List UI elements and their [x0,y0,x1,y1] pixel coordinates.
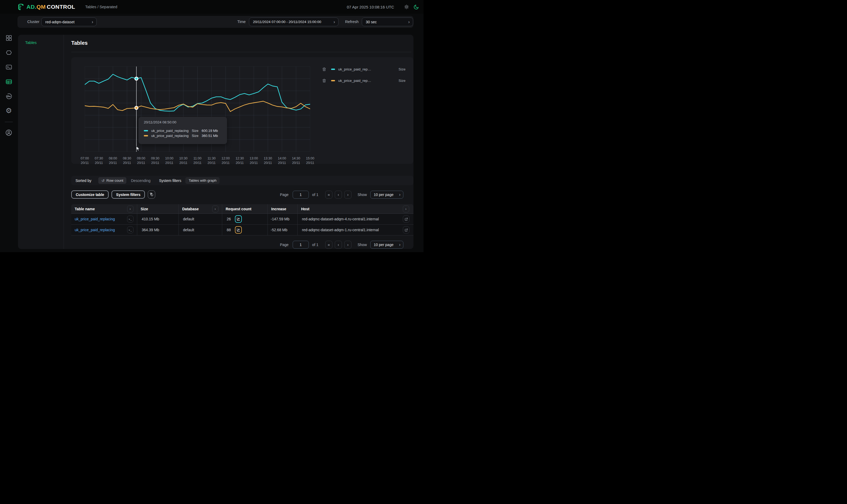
x-tick-label: 14:0020/11 [275,156,289,165]
chevron-right-icon: › [399,242,400,247]
next-page-button[interactable]: › [344,241,352,249]
tooltip-series-name: uk_price_paid_replacing [151,129,188,133]
column-label: Table name [71,207,95,211]
sidebar-item-console[interactable] [4,63,13,71]
sidebar-item-profile[interactable] [4,128,13,137]
legend-series-name[interactable]: uk_price_paid_rep… [338,79,371,83]
column-header-size[interactable]: Size [137,204,179,214]
sidebar-item-access-keys[interactable] [4,92,13,101]
sort-filter-bar: Sorted by ↺ Row count Descending System … [71,176,413,185]
x-tick-label: 10:3020/11 [176,156,190,165]
prev-page-button[interactable]: ‹ [335,191,342,199]
refresh-value: 30 sec [366,20,377,24]
next-page-button[interactable]: › [344,191,352,199]
x-tick-label: 08:0020/11 [106,156,120,165]
x-tick-label: 13:3020/11 [261,156,275,165]
tooltip-value: 600.19 Mb [201,129,218,133]
increase-value: -147.59 Mb [268,217,289,221]
x-tick-label: 07:0020/11 [78,156,92,165]
table-row[interactable]: uk_price_paid_replacing >_ 364.39 Mb def… [71,224,413,235]
sidebar-item-tables-label[interactable]: Tables [25,40,37,45]
database-value: default [179,228,194,232]
x-tick-label: 11:3020/11 [205,156,218,165]
logo-qm: QM [37,4,46,10]
system-filters-label: System filters [159,179,181,183]
system-filter-chip[interactable]: Tables with graph [185,177,220,184]
series-color-dash [331,80,335,81]
refresh-select[interactable]: 30 sec › [362,17,413,26]
refresh-label: Refresh [345,20,359,24]
logo-icon [17,3,25,12]
page-of-text: of 1 [312,193,318,197]
x-tick-label: 11:0020/11 [191,156,204,165]
sidebar-item-tables[interactable] [4,77,13,86]
page-number-input[interactable] [293,241,309,249]
first-page-button[interactable]: « [325,191,332,199]
open-host-button[interactable] [403,216,410,223]
logo-control: CONTROL [47,4,75,10]
x-tick-label: 07:3020/11 [92,156,106,165]
x-tick-label: 09:3020/11 [148,156,162,165]
tooltip-row: uk_price_paid_replacing Size 360.51 Mb [144,133,222,138]
column-header-database[interactable]: Database › [179,204,222,214]
series-color-dash [144,130,148,131]
table-name-link[interactable]: uk_price_paid_replacing [71,228,115,232]
series-color-dash [331,69,335,70]
chart-tooltip: 20/11/2024 08:50:00 uk_price_paid_replac… [139,117,227,144]
sidebar-item-settings[interactable]: ⚙ [4,106,13,115]
breadcrumb[interactable]: Tables / Separated [85,5,117,9]
time-range-select[interactable]: 20/11/2024 07:00:00 - 20/11/2024 15:00:0… [249,17,339,26]
legend-metric[interactable]: Size [399,79,406,83]
title-divider [71,52,411,52]
dark-theme-icon[interactable] [413,4,419,10]
column-menu-button[interactable]: › [212,205,218,212]
sidebar-item-cluster[interactable] [4,48,13,57]
system-filters-button[interactable]: System filters [111,191,145,199]
first-page-button[interactable]: « [325,241,332,249]
chevron-right-icon: › [215,207,216,211]
pagination: Page of 1 « ‹ › Show 10 per page › [280,240,403,249]
cluster-select[interactable]: red-adqm-dataset › [41,17,97,26]
table-toolbar: Customize table System filters [71,191,155,199]
request-count-value: 26 [222,217,231,221]
table-name-link[interactable]: uk_price_paid_replacing [71,217,115,221]
trash-icon[interactable] [321,66,327,72]
show-label: Show [358,242,367,247]
open-console-button[interactable]: >_ [127,227,133,233]
per-page-select[interactable]: 10 per page › [370,191,403,199]
sort-field-chip[interactable]: ↺ Row count [98,177,127,184]
mouse-cursor [136,146,140,152]
cluster-value: red-adqm-dataset [45,20,75,24]
column-header-request-count[interactable]: Request count [222,204,268,214]
table-row[interactable]: uk_price_paid_replacing >_ 410.15 Mb def… [71,214,413,224]
increase-value: -52.68 Mb [268,228,287,232]
page-number-input[interactable] [293,191,309,199]
chevron-right-icon: › [129,207,131,211]
column-header-table-name[interactable]: Table name › [71,204,137,214]
sidebar-item-dashboard[interactable] [4,34,13,42]
column-header-increase[interactable]: Increase [268,204,298,214]
trash-icon[interactable] [321,77,327,84]
tooltip-metric: Size [192,134,198,138]
per-page-select[interactable]: 10 per page › [370,241,403,249]
legend-metric[interactable]: Size [399,67,406,71]
x-tick-label: 08:3020/11 [120,156,134,165]
prev-page-button[interactable]: ‹ [335,241,342,249]
legend-series-name[interactable]: uk_price_paid_rep… [338,67,371,71]
open-host-button[interactable] [403,227,410,234]
light-theme-icon[interactable] [404,4,410,10]
gear-icon: ⚙ [5,107,12,114]
page-label: Page [280,242,289,247]
column-menu-button[interactable]: › [403,205,409,212]
app-logo[interactable]: AD.QMCONTROL [26,4,75,10]
column-header-host[interactable]: Host › [298,204,413,214]
customize-table-button[interactable]: Customize table [71,191,109,199]
x-tick-label: 10:0020/11 [162,156,176,165]
show-label: Show [358,193,367,197]
sort-order-toggle[interactable]: Descending [131,179,150,183]
reset-filters-button[interactable] [148,191,155,199]
column-menu-button[interactable]: › [127,205,133,212]
open-console-button[interactable]: >_ [127,216,133,222]
column-label: Size [137,207,148,211]
x-tick-label: 12:3020/11 [233,156,247,165]
